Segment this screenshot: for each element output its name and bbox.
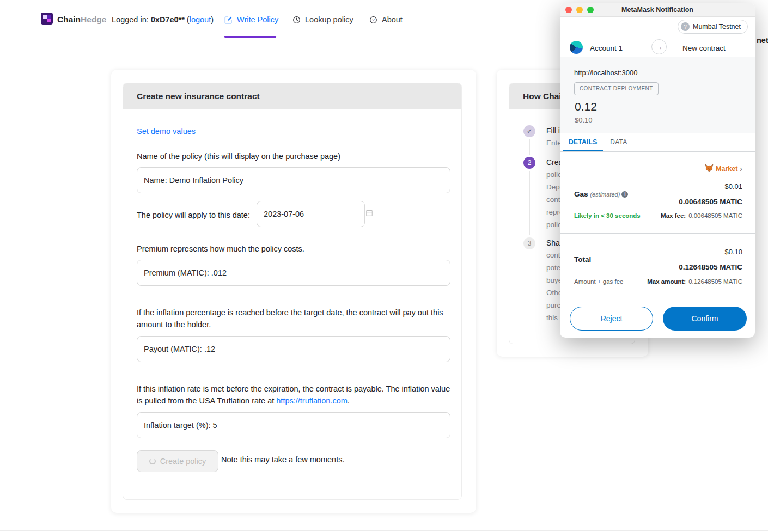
step-connector bbox=[529, 171, 530, 235]
network-selector[interactable]: ? Mumbai Testnet bbox=[678, 20, 748, 34]
amount-plus-gas-label: Amount + gas fee bbox=[574, 278, 623, 285]
inflation-label: If this inflation rate is met before the… bbox=[137, 383, 452, 407]
max-amount: Max amount:0.12648505 MATIC bbox=[647, 278, 742, 285]
create-policy-note: Note this may take a few moments. bbox=[221, 455, 344, 464]
network-question-icon: ? bbox=[681, 22, 690, 31]
details-data-tabbar: DETAILS DATA bbox=[560, 133, 755, 152]
brand-name: ChainHedge bbox=[57, 15, 106, 25]
network-name: Mumbai Testnet bbox=[693, 23, 741, 30]
max-fee: Max fee:0.00648505 MATIC bbox=[661, 212, 742, 219]
total-label: Total bbox=[574, 255, 591, 264]
metamask-fox-icon bbox=[705, 163, 714, 174]
counterparty-name: New contract bbox=[682, 44, 726, 52]
tab-about[interactable]: ? About bbox=[369, 15, 403, 24]
payout-label: If the inflation percentage is reached b… bbox=[137, 307, 452, 331]
inflation-target-input[interactable] bbox=[137, 412, 450, 438]
tab-about-label: About bbox=[382, 15, 403, 24]
total-value: 0.12648505 MATIC bbox=[679, 263, 742, 271]
create-policy-button-label: Create policy bbox=[160, 457, 206, 466]
close-window-button[interactable] bbox=[565, 7, 572, 13]
payout-input[interactable] bbox=[137, 336, 450, 362]
logout-link[interactable]: logout bbox=[190, 15, 211, 24]
step-2-desc: polic bbox=[546, 170, 562, 179]
date-picker[interactable] bbox=[257, 201, 365, 227]
gas-estimated-label: (estimated) bbox=[590, 191, 620, 198]
gas-fiat-value: $0.01 bbox=[724, 182, 742, 191]
date-input[interactable] bbox=[264, 210, 365, 218]
step-2-indicator: 2 bbox=[523, 157, 535, 169]
tab-data[interactable]: DATA bbox=[605, 133, 632, 150]
origin-url: http://localhost:3000 bbox=[574, 69, 637, 77]
question-circle-icon: ? bbox=[369, 16, 377, 24]
tab-write-policy-label: Write Policy bbox=[237, 15, 278, 24]
target-date-label: The policy will apply to this date: bbox=[137, 209, 250, 221]
edit-icon bbox=[224, 16, 233, 24]
arrow-right-icon: → bbox=[651, 39, 667, 54]
form-title: Create new insurance contract bbox=[123, 83, 461, 109]
page: ChainHedge Logged in: 0xD7e0** (logout) … bbox=[0, 0, 768, 532]
total-fiat-value: $0.10 bbox=[724, 248, 742, 256]
tab-details[interactable]: DETAILS bbox=[563, 133, 603, 151]
history-clock-icon bbox=[292, 16, 301, 24]
step-2-desc: Depl bbox=[546, 183, 562, 191]
policy-name-input[interactable] bbox=[137, 167, 450, 193]
premium-input[interactable] bbox=[137, 260, 450, 286]
gas-time-estimate: Likely in < 30 seconds bbox=[574, 212, 641, 219]
set-demo-values-link[interactable]: Set demo values bbox=[137, 127, 196, 136]
chevron-right-icon: › bbox=[740, 164, 742, 173]
svg-text:?: ? bbox=[372, 17, 375, 22]
metamask-notification-window: MetaMask Notification ? Mumbai Testnet A… bbox=[560, 3, 755, 338]
transaction-amount-fiat: $0.10 bbox=[575, 116, 593, 124]
step-2-desc: polic bbox=[546, 221, 562, 229]
create-contract-panel: Create new insurance contract Set demo v… bbox=[123, 83, 462, 500]
premium-label: Premium represents how much the policy c… bbox=[137, 243, 304, 255]
active-tab-indicator bbox=[224, 36, 276, 38]
wallet-address: 0xD7e0** bbox=[151, 15, 185, 24]
create-contract-card: Create new insurance contract Set demo v… bbox=[111, 70, 476, 513]
login-prefix: Logged in: bbox=[112, 15, 151, 24]
page-bottom-divider bbox=[0, 530, 768, 531]
brand[interactable]: ChainHedge bbox=[41, 13, 106, 27]
gas-value: 0.00648505 MATIC bbox=[679, 198, 742, 206]
minimize-window-button[interactable] bbox=[576, 7, 583, 13]
loading-spinner-icon bbox=[149, 458, 156, 464]
transaction-amount: 0.12 bbox=[575, 100, 597, 113]
policy-name-label: Name of the policy (this will display on… bbox=[137, 150, 340, 162]
truflation-link[interactable]: https://truflation.com bbox=[276, 396, 348, 405]
step-3-indicator: 3 bbox=[523, 237, 535, 249]
step-connector bbox=[529, 139, 530, 155]
divider bbox=[560, 233, 755, 234]
window-titlebar[interactable]: MetaMask Notification bbox=[560, 3, 755, 17]
tab-lookup-policy[interactable]: Lookup policy bbox=[292, 15, 353, 24]
login-status: Logged in: 0xD7e0** (logout) bbox=[112, 15, 214, 24]
gas-label: Gas (estimated)i bbox=[574, 190, 628, 198]
tab-lookup-policy-label: Lookup policy bbox=[305, 15, 353, 24]
chainhedge-logo-icon bbox=[41, 13, 53, 27]
reject-button[interactable]: Reject bbox=[570, 307, 653, 331]
calendar-icon bbox=[365, 209, 373, 219]
info-icon[interactable]: i bbox=[621, 191, 628, 198]
account-avatar bbox=[570, 41, 583, 54]
step-1-check-icon: ✓ bbox=[523, 125, 535, 137]
transaction-type-badge: CONTRACT DEPLOYMENT bbox=[574, 82, 659, 95]
gas-market-label: Market bbox=[716, 165, 737, 173]
tab-write-policy[interactable]: Write Policy bbox=[224, 15, 278, 24]
create-policy-button[interactable]: Create policy bbox=[137, 450, 218, 472]
gas-market-selector[interactable]: Market › bbox=[705, 163, 742, 174]
account-name: Account 1 bbox=[590, 44, 623, 52]
confirm-button[interactable]: Confirm bbox=[663, 307, 747, 331]
zoom-window-button[interactable] bbox=[587, 7, 594, 13]
